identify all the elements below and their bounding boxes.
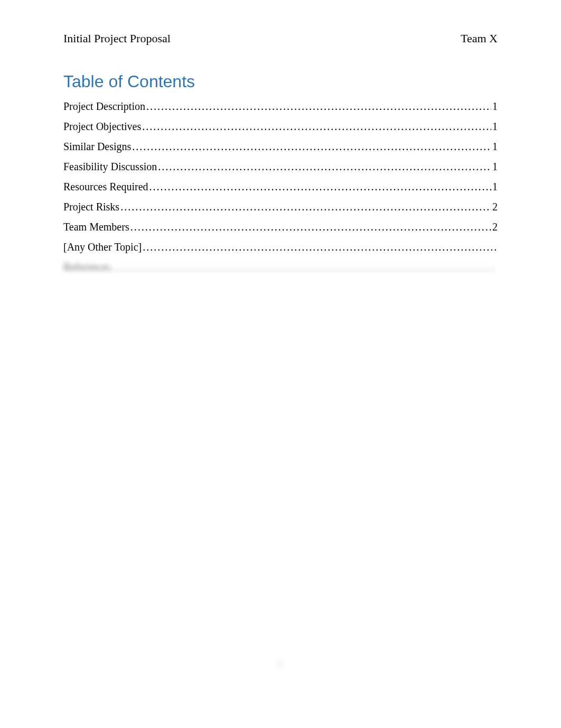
header-title-right: Team X [461,32,498,45]
toc-entry-page: 1 [492,99,498,114]
toc-heading: Table of Contents [63,72,498,91]
toc-leader-dots [111,260,497,274]
toc-leader-dots [146,99,491,114]
page-header: Initial Project Proposal Team X [63,32,498,45]
toc-entry-label: Similar Designs [63,139,131,154]
toc-entry-page: 2 [492,199,498,214]
page-footer-number: ii [0,658,561,670]
toc-entry: Team Members 2 [63,219,498,234]
toc-leader-dots [158,159,491,174]
toc-entry: Similar Designs 1 [63,139,498,154]
toc-entry: Project Objectives 1 [63,119,498,134]
toc-leader-dots [149,179,491,194]
toc-entry: Resources Required 1 [63,179,498,194]
toc-entry-page: 1 [492,119,498,134]
toc-entry-label: [Any Other Topic] [63,239,142,254]
toc-list: Project Description 1 Project Objectives… [63,99,498,274]
toc-leader-dots [132,139,491,154]
toc-entry-label: Team Members [63,219,129,234]
toc-entry-page: 2 [492,219,498,234]
toc-entry-label: Resources Required [63,179,148,194]
toc-entry-label: Project Description [63,99,145,114]
toc-entry: Project Risks 2 [63,199,498,214]
toc-entry-page: 1 [492,179,498,194]
toc-entry: Feasibility Discussion 1 [63,159,498,174]
toc-entry-label: References [63,260,110,274]
header-title-left: Initial Project Proposal [63,32,171,45]
toc-entry-label: Project Objectives [63,119,141,134]
toc-entry-page: 1 [492,139,498,154]
toc-leader-dots [130,219,491,234]
toc-entry-label: Project Risks [63,199,119,214]
toc-entry: References [63,260,498,274]
toc-leader-dots [142,119,491,134]
toc-entry-page: 1 [492,159,498,174]
toc-leader-dots [120,199,491,214]
toc-entry-label: Feasibility Discussion [63,159,157,174]
toc-entry: [Any Other Topic] [63,239,498,254]
toc-entry: Project Description 1 [63,99,498,114]
document-page: Initial Project Proposal Team X Table of… [0,0,561,311]
toc-leader-dots [143,239,497,254]
